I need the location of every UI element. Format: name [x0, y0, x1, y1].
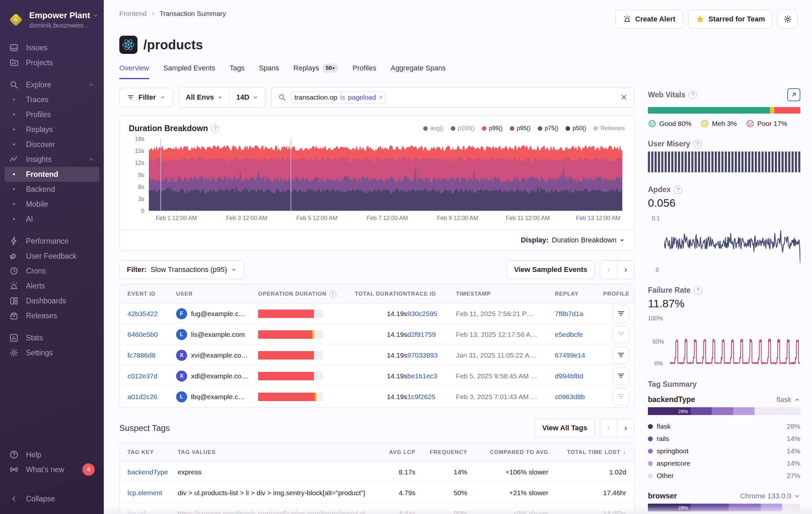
profile-button[interactable]	[613, 368, 630, 384]
sidebar-item-frontend[interactable]: Frontend	[4, 167, 99, 182]
legend-item[interactable]: p95()	[510, 125, 530, 132]
events-filter-dropdown[interactable]: Filter: Slow Transactions (p95)	[119, 260, 244, 279]
search-token[interactable]: transaction.op is pageload ×	[291, 91, 386, 104]
legend-item[interactable]: p50()	[566, 125, 586, 132]
tag-distribution-bar[interactable]: 28%	[648, 407, 800, 415]
svg-text:0: 0	[141, 208, 144, 214]
event-id-link[interactable]: a01d2c26	[127, 393, 157, 401]
token-remove-icon[interactable]: ×	[379, 94, 383, 101]
settings-button[interactable]	[778, 10, 798, 29]
sidebar-item-settings[interactable]: Settings	[4, 345, 99, 360]
sidebar-item-releases[interactable]: Releases	[4, 308, 99, 323]
event-id-link[interactable]: c012e37d	[127, 372, 157, 380]
pager-prev-button[interactable]: ‹	[600, 419, 617, 437]
legend-item[interactable]: p75()	[538, 125, 558, 132]
sidebar-item-stats[interactable]: Stats	[4, 330, 99, 345]
display-dropdown[interactable]: Duration Breakdown	[552, 236, 625, 244]
create-alert-button[interactable]: Create Alert	[615, 10, 683, 29]
profile-button[interactable]	[613, 347, 630, 364]
sidebar-item-mobile[interactable]: Mobile	[4, 197, 99, 212]
sidebar-item-dashboards[interactable]: Dashboards	[4, 293, 99, 308]
sidebar-item-help[interactable]: Help	[4, 447, 99, 462]
sidebar-item-replays[interactable]: Replays	[4, 122, 99, 137]
help-icon[interactable]: ?	[329, 291, 336, 298]
sidebar-item-explore[interactable]: Explore	[4, 77, 99, 92]
tag-value-dropdown[interactable]: flask	[777, 396, 800, 404]
tab[interactable]: Aggregate Spans	[390, 63, 445, 79]
legend-item[interactable]: Releases	[593, 125, 625, 132]
replay-link[interactable]: 67499e14	[555, 351, 585, 359]
profile-button[interactable]	[613, 305, 630, 322]
sidebar-item-ai[interactable]: AI	[4, 212, 99, 226]
tag-value-row[interactable]: flask 28%	[648, 420, 800, 433]
pager-next-button[interactable]: ›	[617, 261, 634, 279]
tag-key-link[interactable]: backendType	[127, 468, 168, 476]
tag-value-dropdown[interactable]: Chrome 133.0.0	[740, 492, 800, 501]
view-all-tags-button[interactable]: View All Tags	[535, 418, 595, 437]
org-switcher[interactable]: Empower Plant dominik.buszowiec...	[0, 8, 104, 29]
event-id-link[interactable]: fc7886d8	[127, 351, 155, 359]
tag-value-row[interactable]: rails 14%	[648, 433, 800, 445]
search-clear-icon[interactable]: ✕	[620, 92, 628, 103]
tag-value-row[interactable]: Other 27%	[648, 469, 800, 482]
tag-value-row[interactable]: aspnetcore 14%	[648, 457, 800, 469]
profile-button-disabled[interactable]	[613, 388, 630, 405]
sidebar-item-projects[interactable]: Projects	[4, 55, 99, 70]
starred-for-team-button[interactable]: Starred for Team	[688, 10, 773, 29]
help-icon[interactable]: ?	[689, 90, 697, 99]
daterange-selector[interactable]: 14D	[230, 87, 265, 107]
sidebar-item-whats-new[interactable]: What's new4	[4, 462, 99, 477]
sidebar-item-crons[interactable]: Crons	[4, 264, 99, 278]
trace-id-link[interactable]: be1b1ec3	[407, 372, 437, 380]
tag-key-link[interactable]: lcp.element	[127, 489, 162, 497]
profile-button-disabled[interactable]	[613, 326, 630, 343]
sidebar-item-insights[interactable]: Insights	[4, 152, 99, 167]
replay-link[interactable]: e5edbcfe	[555, 331, 583, 339]
filter-dropdown[interactable]: Filter	[119, 88, 173, 107]
duration-chart[interactable]: 18s15s12s9s6s3s0Feb 1 12:00 AMFeb 3 12:0…	[120, 135, 634, 225]
replay-link[interactable]: d994bf8d	[555, 372, 583, 380]
operation-duration-bar	[258, 351, 323, 359]
search-input[interactable]: transaction.op is pageload × ✕	[271, 87, 634, 108]
tag-key-link[interactable]: lcp.url	[127, 510, 146, 514]
sidebar-item-performance[interactable]: Performance	[4, 234, 99, 249]
tab[interactable]: Profiles	[352, 63, 376, 79]
event-id-link[interactable]: 6460e5b0	[127, 331, 157, 339]
trace-id-link[interactable]: 930c2595	[407, 310, 437, 318]
legend-item[interactable]: p99()	[482, 125, 503, 132]
tab[interactable]: Spans	[259, 63, 279, 79]
help-icon[interactable]: ?	[693, 140, 702, 148]
open-in-new-icon[interactable]	[787, 88, 800, 101]
event-id-link[interactable]: 42b35422	[127, 310, 157, 318]
pager-prev-button[interactable]: ‹	[600, 261, 617, 279]
sidebar-item-user-feedback[interactable]: User Feedback	[4, 249, 99, 264]
sidebar-item-backend[interactable]: Backend	[4, 182, 99, 197]
sidebar-item-profiles[interactable]: Profiles	[4, 107, 99, 122]
help-icon[interactable]: ?	[674, 186, 682, 194]
breadcrumb-frontend[interactable]: Frontend	[119, 10, 147, 18]
view-sampled-events-button[interactable]: View Sampled Events	[506, 260, 595, 279]
help-icon[interactable]: ?	[211, 124, 220, 133]
legend-item[interactable]: avg()	[423, 125, 444, 132]
sort-desc-icon[interactable]: ↓	[623, 449, 627, 456]
tag-distribution-bar[interactable]: 28%	[648, 504, 800, 511]
help-icon[interactable]: ?	[694, 286, 702, 295]
replay-link[interactable]: 7f8b7d1a	[555, 310, 583, 318]
pager-next-button[interactable]: ›	[617, 419, 634, 437]
sidebar-item-alerts[interactable]: Alerts	[4, 278, 99, 293]
tag-value-row[interactable]: springboot 14%	[648, 445, 800, 457]
trace-id-link[interactable]: d2f91759	[407, 331, 436, 339]
trace-id-link[interactable]: 97033893	[407, 351, 437, 359]
legend-item[interactable]: p100()	[451, 125, 475, 132]
sidebar-collapse-button[interactable]: Collapse	[4, 491, 99, 506]
tab[interactable]: Overview	[119, 63, 149, 79]
tab[interactable]: Tags	[230, 63, 244, 79]
replay-link[interactable]: c0963d8b	[555, 393, 585, 401]
sidebar-item-discover[interactable]: Discover	[4, 137, 99, 152]
sidebar-item-traces[interactable]: Traces	[4, 92, 99, 107]
env-selector[interactable]: All Envs	[179, 87, 230, 107]
tab[interactable]: Replays 50+	[293, 63, 338, 79]
trace-id-link[interactable]: 1c9f2625	[407, 393, 435, 401]
tab[interactable]: Sampled Events	[164, 63, 215, 79]
sidebar-item-issues[interactable]: Issues	[4, 40, 99, 55]
